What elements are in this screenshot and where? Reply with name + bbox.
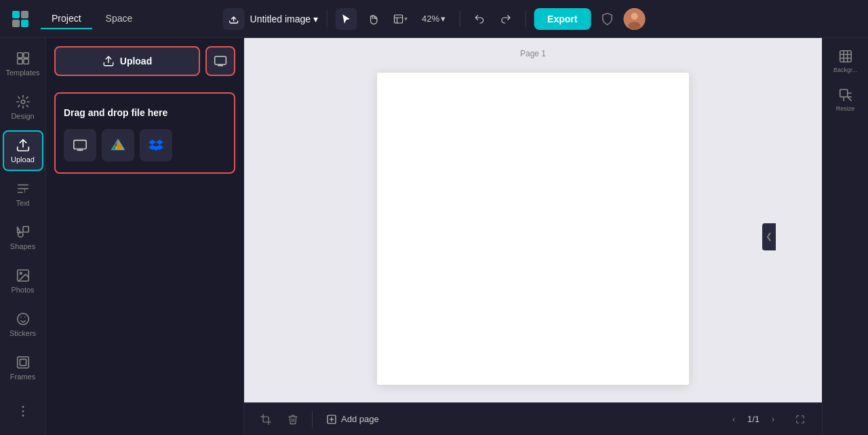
avatar[interactable] [623, 8, 645, 30]
device-upload-btn[interactable] [205, 46, 235, 76]
tab-space[interactable]: Space [95, 9, 144, 29]
upload-button[interactable]: Upload [54, 46, 200, 76]
svg-rect-3 [21, 20, 28, 27]
drag-drop-area[interactable]: Drag and drop file here [54, 92, 235, 174]
add-page-btn[interactable]: Add page [321, 411, 384, 428]
main-content: Templates Design Upload T Text Shapes Ph… [0, 38, 868, 435]
add-page-label: Add page [341, 414, 379, 424]
crop-btn[interactable] [255, 409, 277, 430]
svg-rect-10 [17, 59, 22, 64]
svg-point-17 [20, 272, 22, 274]
bottom-divider [312, 411, 313, 428]
zoom-control[interactable]: 42% ▾ [416, 11, 451, 26]
logo[interactable] [8, 7, 33, 31]
svg-rect-25 [74, 140, 86, 149]
sidebar-item-more[interactable] [3, 391, 43, 432]
svg-point-18 [17, 314, 28, 325]
sidebar-frames-label: Frames [10, 373, 35, 381]
upload-panel-buttons: Upload [54, 46, 235, 76]
sidebar-item-upload[interactable]: Upload [3, 130, 43, 171]
prev-page-btn[interactable]: ‹ [726, 411, 742, 428]
trash-btn[interactable] [282, 409, 304, 430]
svg-point-12 [21, 100, 25, 104]
divider3 [525, 11, 526, 27]
layout-btn[interactable]: ▾ [389, 8, 411, 30]
svg-rect-19 [17, 357, 28, 368]
upload-panel: Upload Drag and drop file here [46, 38, 244, 435]
svg-point-6 [631, 13, 637, 20]
shield-icon[interactable] [596, 8, 618, 30]
undo-btn[interactable] [468, 8, 490, 30]
right-panel-resize[interactable]: Resize [825, 82, 866, 117]
sidebar-item-stickers[interactable]: Stickers [3, 304, 43, 345]
page-nav: ‹ 1/1 › [726, 409, 811, 430]
svg-rect-20 [20, 359, 26, 365]
svg-rect-4 [395, 15, 403, 23]
canvas-bottom-bar: Add page ‹ 1/1 › [244, 402, 822, 435]
divider [326, 11, 327, 27]
svg-rect-15 [23, 227, 28, 232]
svg-rect-9 [23, 53, 28, 58]
zoom-dropdown-icon: ▾ [441, 14, 446, 24]
title-dropdown-icon: ▾ [313, 14, 318, 24]
resize-label: Resize [836, 105, 855, 112]
canvas-container: Page 1 [244, 38, 822, 402]
layout-dropdown: ▾ [404, 15, 408, 22]
svg-text:T: T [23, 188, 26, 194]
topbar: Project Space Untitled image ▾ ▾ 42% ▾ [0, 0, 868, 38]
svg-rect-24 [215, 56, 226, 64]
sidebar-item-design[interactable]: Design [3, 87, 43, 128]
sidebar-item-photos[interactable]: Photos [3, 261, 43, 301]
svg-point-23 [22, 415, 24, 417]
document-title[interactable]: Untitled image ▾ [250, 14, 319, 24]
right-panel: Backgr... Resize [822, 38, 868, 435]
page-indicator: 1/1 [747, 414, 760, 424]
sidebar-upload-label: Upload [11, 155, 35, 164]
sidebar-item-text[interactable]: T Text [3, 174, 43, 214]
sidebar-templates-label: Templates [5, 69, 39, 77]
divider2 [459, 11, 460, 27]
sidebar-design-label: Design [11, 112, 34, 120]
topbar-center: Untitled image ▾ ▾ 42% ▾ Export [223, 8, 646, 30]
sidebar-shapes-label: Shapes [10, 242, 35, 250]
svg-rect-11 [23, 59, 28, 64]
redo-btn[interactable] [495, 8, 517, 30]
sidebar-item-templates[interactable]: Templates [3, 43, 43, 84]
collapse-panel-btn[interactable] [762, 223, 776, 250]
sidebar-text-label: Text [16, 199, 29, 207]
canvas-area: Page 1 Add page ‹ 1/1 › [244, 38, 822, 435]
sidebar-item-shapes[interactable]: Shapes [3, 217, 43, 258]
next-page-btn[interactable]: › [765, 411, 781, 428]
svg-point-7 [628, 22, 640, 30]
expand-btn[interactable] [789, 409, 811, 430]
background-label: Backgr... [833, 67, 857, 74]
dropbox-source-btn[interactable] [140, 129, 172, 162]
page-label: Page 1 [520, 49, 546, 58]
right-panel-background[interactable]: Backgr... [825, 43, 866, 79]
svg-rect-28 [840, 90, 847, 97]
canvas-page[interactable] [377, 73, 689, 385]
upload-cloud-icon[interactable] [223, 8, 245, 30]
sidebar-stickers-label: Stickers [9, 329, 36, 337]
sidebar-photos-label: Photos [11, 286, 34, 294]
select-tool-btn[interactable] [335, 8, 357, 30]
svg-rect-0 [12, 11, 20, 18]
svg-point-21 [22, 406, 24, 408]
source-icons [64, 129, 172, 162]
svg-point-22 [22, 411, 24, 413]
drag-drop-text: Drag and drop file here [64, 107, 167, 118]
hand-tool-btn[interactable] [362, 8, 384, 30]
computer-source-btn[interactable] [64, 129, 96, 162]
tab-project[interactable]: Project [41, 9, 92, 29]
svg-rect-8 [17, 53, 22, 58]
sidebar-item-frames[interactable]: Frames [3, 347, 43, 388]
export-button[interactable]: Export [534, 8, 591, 30]
svg-rect-27 [840, 51, 851, 62]
drive-source-btn[interactable] [102, 129, 134, 162]
sidebar-icons: Templates Design Upload T Text Shapes Ph… [0, 38, 46, 435]
svg-rect-2 [12, 20, 20, 27]
svg-rect-1 [21, 11, 28, 18]
